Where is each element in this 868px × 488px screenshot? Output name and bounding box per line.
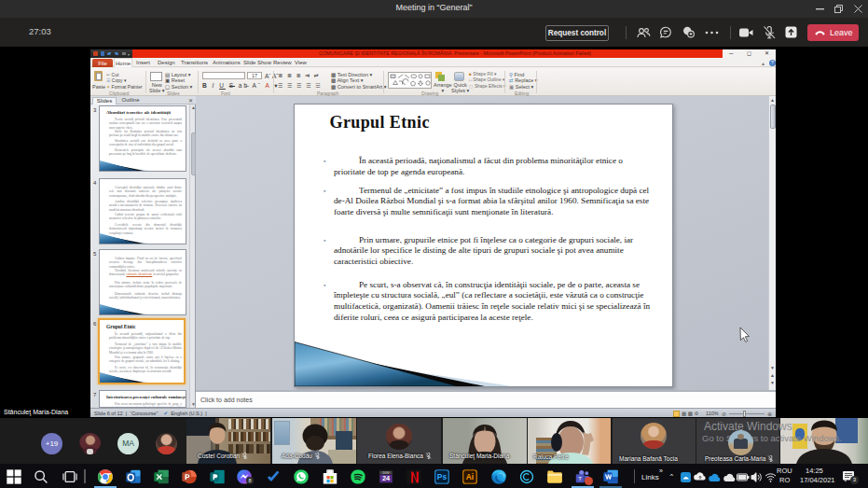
svg-text:T: T bbox=[578, 475, 582, 481]
svg-text:Ai: Ai bbox=[466, 472, 474, 481]
svg-text:24: 24 bbox=[382, 474, 390, 482]
svg-text:Ps: Ps bbox=[437, 472, 448, 481]
